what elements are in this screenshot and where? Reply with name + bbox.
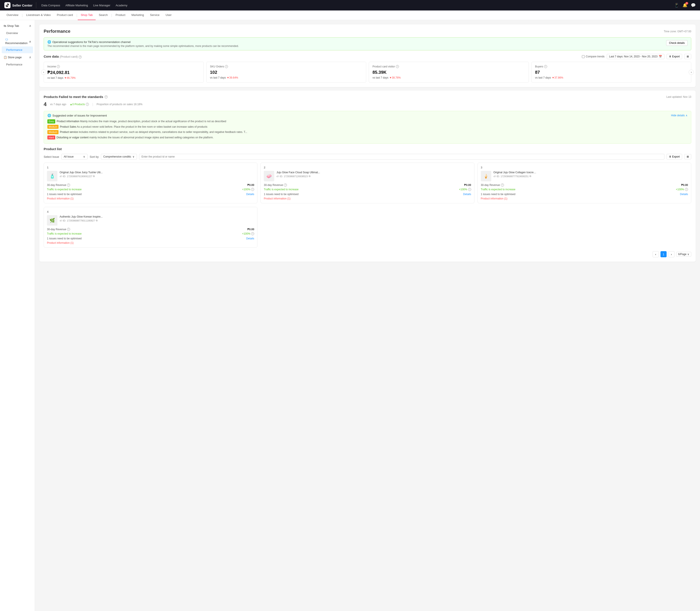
nav-academy[interactable]: Academy	[116, 4, 127, 7]
details-link-1[interactable]: Details	[246, 193, 254, 196]
mobile-icon[interactable]: 📱	[674, 3, 679, 8]
traffic-label-1: Traffic is expected to increase	[47, 188, 82, 191]
income-label: Income ?	[47, 65, 200, 68]
select-issue-dropdown[interactable]: All Issue ∨	[61, 154, 88, 160]
product-card-2: 2 🧼 Juju Glow Face Cloud Soap Ultimat...…	[261, 163, 474, 203]
main-content: Performance Time zone: GMT+07:00 🌐 Opera…	[35, 20, 700, 611]
export-button-core[interactable]: ⬇ Export	[667, 54, 682, 59]
details-link-4[interactable]: Details	[246, 237, 254, 240]
copy-icon-2[interactable]: ⧉	[309, 175, 310, 178]
product-name-2: Juju Glow Face Cloud Soap Ultimat...	[276, 171, 320, 174]
sidebar-recommendation-label: 🛡 Recommendation	[5, 38, 29, 45]
info-icon-rev2[interactable]: ?	[284, 183, 287, 187]
issue-easy: Easy Product information Mainly includes…	[47, 119, 688, 123]
page-1-button[interactable]: 1	[660, 251, 667, 257]
logo: Seller Center	[4, 2, 36, 8]
chat-icon[interactable]: 💬	[691, 3, 696, 8]
traffic-pct-2: +100% ?	[459, 188, 471, 191]
sidebar-item-overview[interactable]: Overview	[0, 30, 35, 36]
compare-trends-checkbox[interactable]: Compare trends	[582, 55, 604, 58]
nav-affiliate-marketing[interactable]: Affiliate Marketing	[65, 4, 88, 7]
buyers-value: 87	[535, 70, 688, 75]
suggested-header: 🌐 Suggested order of issues for Improvem…	[47, 114, 688, 117]
traffic-row-2: Traffic is expected to increase +100% ?	[264, 188, 471, 191]
sort-by-dropdown[interactable]: Comprehensive conditic ∨	[101, 154, 137, 160]
sec-nav-product-card[interactable]: Product card	[54, 11, 76, 20]
sec-nav-livestream[interactable]: Livestream & Video	[23, 11, 54, 20]
issues-text-1: 1 issues need to be optimised	[47, 193, 82, 196]
details-link-2[interactable]: Details	[463, 193, 471, 196]
sidebar-item-performance-recommendation[interactable]: Performance	[2, 46, 33, 53]
details-link-3[interactable]: Details	[680, 193, 688, 196]
next-page-button[interactable]: ›	[668, 251, 674, 257]
info-icon-visitor[interactable]: ?	[396, 65, 399, 68]
copy-icon-4[interactable]: ⧉	[96, 219, 98, 222]
date-range-picker[interactable]: Last 7 days: Nov 14, 2023 - Nov 20, 2023…	[607, 54, 665, 59]
globe-icon: 🌐	[47, 40, 51, 44]
product-tag-1: Product information (1)	[47, 197, 254, 200]
sec-nav-marketing[interactable]: Marketing	[128, 11, 147, 20]
hide-details-button[interactable]: Hide details ∧	[671, 114, 688, 117]
page-size-selector[interactable]: 6/Page ∨	[676, 252, 691, 257]
core-data-title: Core data (Product card) ?	[44, 55, 82, 59]
sec-nav-service[interactable]: Service	[147, 11, 162, 20]
info-icon-sku[interactable]: ?	[225, 65, 228, 68]
buyers-change: vs last 7 days ▼37.86%	[535, 76, 688, 79]
info-icon-buyers[interactable]: ?	[544, 65, 547, 68]
export-button-products[interactable]: ⬇ Export	[667, 154, 682, 160]
sec-nav-product[interactable]: Product	[113, 11, 128, 20]
buyers-change-pct: ▼37.86%	[552, 76, 563, 79]
info-icon-traffic1[interactable]: ?	[251, 188, 254, 191]
nav-live-manager[interactable]: Live Manager	[93, 4, 111, 7]
product-id-4: 🏷 ID: 172938688779011180827 ⧉	[60, 219, 254, 222]
sec-nav-user[interactable]: User	[162, 11, 174, 20]
info-icon-rev1[interactable]: ?	[67, 183, 70, 187]
bell-icon[interactable]: 🔔8	[683, 3, 687, 8]
product-list-controls: Select Issue All Issue ∨ Sort by Compreh…	[44, 154, 691, 160]
metrics-next-arrow[interactable]: ›	[689, 70, 694, 75]
chevron-up-icon-3: ∧	[29, 56, 31, 59]
products-failed-section: Products Failed to meet the standards ? …	[39, 91, 696, 262]
info-icon[interactable]: ?	[78, 56, 82, 59]
metrics-container: ‹ Income ? ₱24,092.81 vs last 7 days ▼46…	[44, 62, 691, 83]
sec-nav-shop-tab[interactable]: Shop Tab	[78, 11, 96, 20]
grid-view-button[interactable]: ⊞	[684, 54, 691, 59]
metrics-prev-arrow[interactable]: ‹	[41, 70, 46, 75]
visitor-change: vs last 7 days ▼38.76%	[373, 76, 525, 79]
sidebar-recommendation-header[interactable]: 🛡 Recommendation ∧	[0, 36, 35, 46]
copy-icon-1[interactable]: ⧉	[93, 175, 95, 178]
revenue-val-4: ₱0.00	[247, 228, 254, 231]
product-thumb-4: 🌿	[47, 215, 57, 226]
compare-checkbox-input[interactable]	[582, 55, 585, 58]
product-name-3: Original Juju Glow Collagen Icecrea...	[494, 171, 537, 174]
sidebar-store-page-header[interactable]: 📋 Store page ∧	[0, 53, 35, 61]
product-thumb-2: 🧼	[264, 171, 274, 181]
traffic-row-3: Traffic is expected to increase +100% ?	[481, 188, 688, 191]
traffic-label-4: Traffic is expected to increase	[47, 232, 82, 235]
info-icon-traffic2[interactable]: ?	[468, 188, 471, 191]
performance-section: Performance Time zone: GMT+07:00 🌐 Opera…	[39, 25, 696, 87]
info-icon-income[interactable]: ?	[57, 65, 60, 68]
issues-text-2: 1 issues need to be optimised	[264, 193, 298, 196]
info-icon-pf[interactable]: ?	[105, 95, 108, 99]
info-icon-traffic3[interactable]: ?	[685, 188, 688, 191]
sec-nav-search[interactable]: Search	[96, 11, 111, 20]
nav-data-compass[interactable]: Data Compass	[42, 4, 60, 7]
calendar-icon: 📅	[659, 55, 662, 58]
info-icon-rev3[interactable]: ?	[501, 183, 504, 187]
prev-page-button[interactable]: ‹	[653, 251, 659, 257]
info-icon-rev4[interactable]: ?	[67, 228, 70, 231]
sec-nav-overview[interactable]: Overview	[3, 11, 21, 20]
copy-icon-3[interactable]: ⧉	[529, 175, 531, 178]
top-nav-links: Data Compass Affiliate Marketing Live Ma…	[42, 4, 669, 7]
sidebar-item-performance-store[interactable]: Performance	[0, 61, 35, 68]
sidebar-shop-tab-label: 🛍 Shop Tab	[3, 24, 19, 28]
check-details-button[interactable]: Check details	[666, 40, 688, 46]
info-icon-zero[interactable]: ?	[86, 103, 89, 106]
grid-view-button-2[interactable]: ⊞	[684, 154, 691, 159]
info-icon-traffic4[interactable]: ?	[251, 232, 254, 235]
product-search-input[interactable]	[139, 154, 665, 160]
sidebar-shop-tab-header[interactable]: 🛍 Shop Tab ∧	[0, 22, 35, 30]
page-title: Performance	[44, 29, 70, 34]
download-icon-2: ⬇	[669, 155, 671, 158]
